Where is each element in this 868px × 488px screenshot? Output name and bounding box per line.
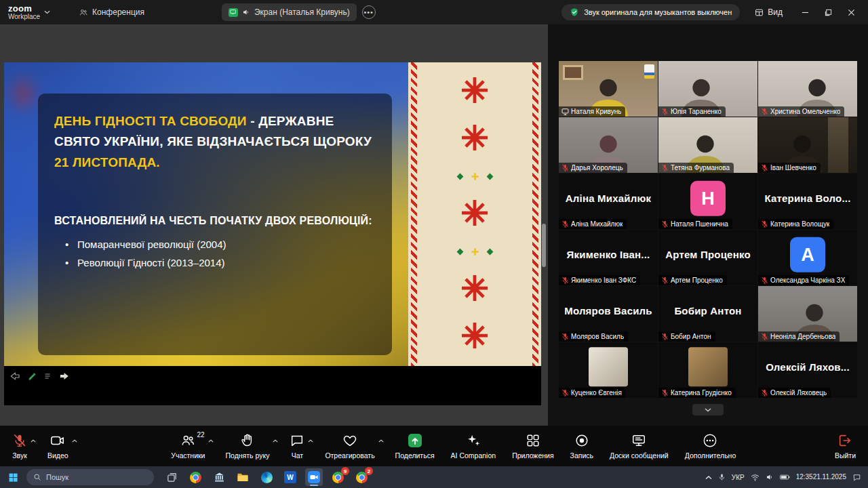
participant-name-label: Катерина Грудієнко <box>658 388 736 398</box>
slide-bullet: Революції Гідності (2013–2014) <box>54 253 376 272</box>
toolbar-more-button[interactable]: Дополнительно <box>677 426 745 466</box>
participant-tile[interactable]: Неоніла Дербеньова <box>758 286 857 342</box>
participant-tile[interactable]: Тетяна Фурманова <box>658 117 757 173</box>
mic-muted-icon <box>661 333 669 340</box>
original-sound-banner[interactable]: Звук оригинала для музыкантов выключен <box>561 4 740 20</box>
taskbar-clock[interactable]: 12:35 21.11.2025 <box>796 473 846 482</box>
volume-icon[interactable] <box>766 473 774 481</box>
taskbar-task-view-icon[interactable] <box>163 468 180 486</box>
tab-screen-share[interactable]: Экран (Наталья Кривунь) <box>222 3 357 21</box>
participant-tile[interactable]: Куценко Євгенія <box>559 342 658 398</box>
toolbar-chat-button[interactable]: Чат <box>281 426 317 466</box>
toolbar-leave-button[interactable]: Выйти <box>827 426 864 466</box>
participant-tile[interactable]: ННаталя Пшенична <box>658 174 757 229</box>
search-icon <box>33 473 41 481</box>
mic-muted-icon <box>561 333 569 340</box>
leave-icon <box>837 432 852 449</box>
taskbar-chrome-icon[interactable] <box>186 468 204 486</box>
shared-screen-stage: ДЕНЬ ГІДНОСТІ ТА СВОБОДИ - ДЕРЖАВНЕ СВЯТ… <box>4 62 541 405</box>
minimize-button[interactable] <box>793 0 816 24</box>
taskbar-search[interactable]: Пошук <box>26 469 154 485</box>
more-icon <box>703 432 717 449</box>
mic-muted-icon <box>561 220 569 228</box>
tray-time: 12:35 <box>796 473 813 482</box>
toolbar-record-button[interactable]: Запись <box>562 426 601 466</box>
participant-tile[interactable]: Аліна МихайлюкАліна Михайлюк <box>559 174 658 229</box>
tray-expand-button[interactable] <box>705 475 712 480</box>
toolbar-boards-button[interactable]: Доски сообщений <box>601 426 677 466</box>
toolbar-participants-button[interactable]: Участники 22 <box>163 426 217 466</box>
notification-badge: 9 <box>341 467 349 475</box>
toolbar-react-button[interactable]: Отреагировать <box>317 426 387 466</box>
tab-overflow-button[interactable]: ••• <box>362 5 376 19</box>
participant-tile[interactable]: Христина Омельченко <box>758 61 857 117</box>
taskbar-edge-icon[interactable] <box>258 468 275 486</box>
system-tray: УКР 12:35 21.11.2025 <box>705 473 864 482</box>
chevron-up-icon[interactable] <box>308 434 313 445</box>
participant-gallery: Наталя КривуньЮлія ТараненкоХристина Оме… <box>559 61 857 398</box>
chevron-up-icon[interactable] <box>31 434 36 445</box>
toolbar-video-button[interactable]: Видео <box>39 426 81 466</box>
toolbar-apps-button[interactable]: Приложения <box>504 426 561 466</box>
mic-muted-icon <box>761 333 768 340</box>
battery-icon[interactable] <box>780 474 790 481</box>
toolbar-audio-button[interactable]: Звук <box>4 426 39 466</box>
embroidery-row <box>456 172 494 181</box>
participant-tile[interactable]: Артем ПроценкоАртем Проценко <box>658 230 757 285</box>
shield-check-icon <box>570 7 579 17</box>
participant-name-label: Олександра Чаркіна ЗХ <box>758 275 849 285</box>
tab-conference-label: Конференция <box>92 7 144 17</box>
start-button[interactable] <box>4 468 22 486</box>
embroidery-star-icon <box>462 200 488 226</box>
search-placeholder: Пошук <box>46 473 68 481</box>
participant-tile[interactable]: Іван Шевченко <box>758 117 857 173</box>
participant-tile[interactable]: Олексій Ляхов...Олексій Ляховець <box>758 342 857 398</box>
close-button[interactable] <box>840 0 863 24</box>
chevron-up-icon[interactable] <box>72 434 77 445</box>
chevron-up-icon[interactable] <box>208 434 214 445</box>
tray-mic-icon[interactable] <box>718 473 726 481</box>
maximize-button[interactable] <box>816 0 840 24</box>
participant-tile[interactable]: Юлія Тараненко <box>658 61 757 117</box>
mic-muted-icon <box>661 164 669 171</box>
toolbar-raise-hand-button[interactable]: Поднять руку <box>217 426 281 466</box>
view-grid-icon <box>755 8 764 17</box>
notifications-button[interactable] <box>852 473 861 482</box>
stage-scrollbar[interactable] <box>542 224 546 267</box>
taskbar-bank-app-icon[interactable] <box>210 468 228 486</box>
view-button[interactable]: Вид <box>751 7 787 17</box>
taskbar-chrome-profile-1-icon[interactable]: 9 <box>329 468 347 486</box>
participant-tile[interactable]: Моляров ВасильМоляров Василь <box>559 286 658 342</box>
chevron-up-icon[interactable] <box>273 434 278 445</box>
annotate-pen-button[interactable] <box>28 372 37 381</box>
toolbar-label: Запись <box>570 451 593 460</box>
prev-slide-button[interactable] <box>9 371 21 381</box>
zoom-window: zoom Workplace Конференция Экран (Наталь… <box>0 0 868 488</box>
participant-tile[interactable]: Наталя Кривунь <box>559 61 658 117</box>
wifi-icon[interactable] <box>751 474 760 481</box>
participant-tile[interactable]: Катерина Грудієнко <box>658 342 757 398</box>
chevron-up-icon[interactable] <box>378 434 384 445</box>
taskbar-word-icon[interactable]: W <box>281 468 299 486</box>
participant-tile[interactable]: Дарья Хоролець <box>559 117 658 173</box>
toolbar-share-button[interactable]: Поделиться <box>387 426 443 466</box>
toolbar-label: Видео <box>47 451 68 460</box>
apps-icon <box>526 432 540 449</box>
participant-tile[interactable]: АОлександра Чаркіна ЗХ <box>758 230 857 285</box>
taskbar-chrome-profile-2-icon[interactable]: 2 <box>353 468 370 486</box>
participant-tile[interactable]: Бобир АнтонБобир Антон <box>658 286 757 342</box>
screen-share-icon <box>561 108 569 115</box>
gallery-collapse-button[interactable] <box>692 404 724 415</box>
boards-icon <box>631 432 647 449</box>
toolbar-ai-companion-button[interactable]: AI Companion <box>443 426 505 466</box>
chevron-down-icon[interactable] <box>44 10 50 14</box>
taskbar-file-explorer-icon[interactable] <box>234 468 252 486</box>
tab-conference[interactable]: Конференция <box>72 3 151 21</box>
taskbar-zoom-icon[interactable] <box>305 468 323 486</box>
participant-tile[interactable]: Катерина Воло...Катерина Волощук <box>758 174 857 229</box>
language-indicator[interactable]: УКР <box>732 474 745 481</box>
participants-icon <box>180 432 196 449</box>
slide-list-button[interactable] <box>43 372 52 380</box>
next-slide-button[interactable] <box>58 371 70 381</box>
participant-tile[interactable]: Якименко Іван...Якименко Іван ЗФКС <box>559 230 658 285</box>
